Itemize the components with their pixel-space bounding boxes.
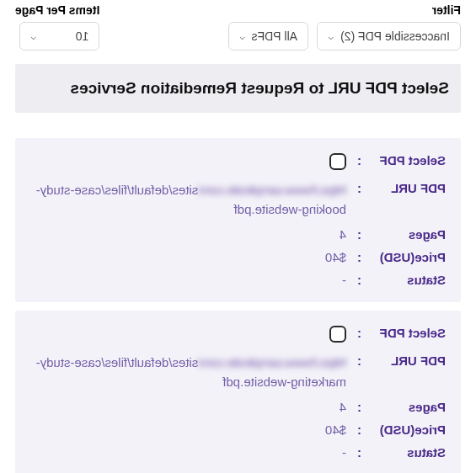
chevron-down-icon: ⌵	[30, 31, 36, 42]
items-per-page-select[interactable]: 10 ⌵	[19, 22, 99, 50]
select-pdf-checkbox[interactable]	[329, 326, 346, 343]
filter-allpdfs-select[interactable]: All PDFs ⌵	[228, 22, 308, 50]
filter-label: Filter	[432, 3, 461, 17]
pages-value: 4	[30, 400, 346, 414]
label-pdf-url: PDF URL	[361, 181, 446, 195]
select-pdf-checkbox[interactable]	[329, 153, 346, 170]
banner-title: Select PDF URL to Request Remediation Se…	[15, 64, 461, 113]
label-status: Status	[361, 273, 446, 287]
pdf-card: Select PDF : PDF URL : https://www.sampl…	[15, 311, 461, 473]
filter-inaccessible-select[interactable]: Inaccessible PDF (2) ⌵	[317, 22, 461, 50]
filter-inaccessible-value: Inaccessible PDF (2)	[340, 29, 450, 43]
label-select-pdf: Select PDF	[361, 326, 446, 340]
label-pages: Pages	[361, 227, 446, 242]
items-per-page-value: 10	[76, 29, 89, 43]
label-pdf-url: PDF URL	[361, 353, 446, 368]
chevron-down-icon: ⌵	[328, 31, 334, 42]
status-value: -	[30, 273, 346, 287]
status-value: -	[30, 445, 346, 460]
label-price: Price(USD)	[361, 423, 446, 437]
chevron-down-icon: ⌵	[239, 31, 245, 42]
price-value: $40	[30, 423, 346, 437]
label-status: Status	[361, 445, 446, 460]
label-select-pdf: Select PDF	[361, 153, 446, 167]
price-value: $40	[30, 250, 346, 264]
pdf-url-value: https://www.samplesite.com/sites/default…	[30, 181, 346, 219]
label-price: Price(USD)	[361, 250, 446, 264]
pdf-url-value: https://www.samplesite.com/sites/default…	[30, 353, 346, 391]
label-pages: Pages	[361, 400, 446, 414]
filter-allpdfs-value: All PDFs	[252, 29, 297, 43]
pdf-card: Select PDF : PDF URL : https://www.sampl…	[15, 138, 461, 302]
items-per-page-label: Items Per Page	[15, 3, 99, 17]
pages-value: 4	[30, 227, 346, 242]
